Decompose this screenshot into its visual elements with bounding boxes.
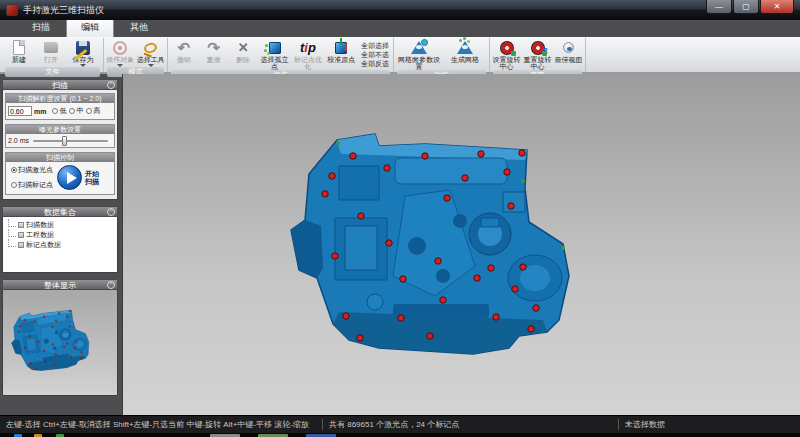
new-button[interactable]: 新建 bbox=[3, 38, 35, 67]
overview-panel-header: 整体显示 ⌃ bbox=[2, 279, 118, 290]
collapse-chevron-icon[interactable]: ⌃ bbox=[107, 281, 115, 289]
resolution-unit: mm bbox=[34, 108, 46, 115]
scan-control-group: 扫描控制 扫描激光点 扫描标记点 bbox=[5, 152, 115, 195]
best-view-button[interactable]: 最佳视图 bbox=[553, 38, 584, 70]
data-collection-panel: 数据集合 ⌃ 扫描数据 工程数据 标记点数据 bbox=[2, 206, 118, 273]
start-scan-button[interactable] bbox=[57, 165, 82, 190]
start-scan-label: 开始扫描 bbox=[85, 170, 101, 186]
delete-button[interactable]: ✕ 删除 bbox=[228, 38, 258, 70]
select-tool-button[interactable]: 选择工具 bbox=[136, 38, 167, 67]
tree-line bbox=[8, 229, 16, 237]
ribbon-group-view: 设置旋转中心 重置旋转中心 最佳视图 视图 bbox=[490, 38, 586, 72]
point-counts: 共有 869651 个激光点，24 个标记点 bbox=[322, 419, 618, 430]
collapse-chevron-icon[interactable]: ⌃ bbox=[107, 81, 115, 89]
selection-status: 未选择数据 bbox=[618, 419, 800, 430]
tree-item-project-data[interactable]: 工程数据 bbox=[5, 230, 115, 240]
undo-icon: ↶ bbox=[178, 40, 191, 55]
minimize-button[interactable]: — bbox=[706, 0, 732, 14]
ribbon-group-operation: ↶ 撤销 ↷ 重做 ✕ 删除 选择孤立点 tip 标记点优化 校准原点 bbox=[168, 38, 394, 72]
ribbon: 新建 打开 保存为 文件 操作对象 选择工具 bbox=[0, 37, 800, 74]
calibrate-origin-button[interactable]: 校准原点 bbox=[325, 38, 358, 70]
exposure-group-title: 曝光参数设置 bbox=[6, 125, 114, 134]
taskbar-sliver bbox=[0, 433, 800, 437]
set-rotation-center-button[interactable]: 设置旋转中心 bbox=[491, 38, 522, 70]
exposure-value: 2.0 ms bbox=[8, 137, 29, 144]
select-all-button[interactable]: 全部选择 bbox=[361, 41, 389, 50]
model-thumbnail-image bbox=[2, 294, 118, 391]
best-view-icon bbox=[563, 42, 574, 53]
scan-marker-points-radio[interactable] bbox=[11, 182, 17, 188]
ribbon-group-function: 网格面参数设置 生成网格 功能 bbox=[394, 38, 490, 72]
status-bar: 左键-选择 Ctrl+左键-取消选择 Shift+左键-只选当前 中键-旋转 A… bbox=[0, 415, 800, 433]
tree-item-marker-data[interactable]: 标记点数据 bbox=[5, 240, 115, 250]
new-file-icon bbox=[13, 40, 25, 55]
redo-button[interactable]: ↷ 重做 bbox=[199, 38, 229, 70]
reset-rotation-center-icon bbox=[531, 41, 545, 55]
mouse-hints: 左键-选择 Ctrl+左键-取消选择 Shift+左键-只选当前 中键-旋转 A… bbox=[0, 419, 322, 430]
scan-panel-header: 扫描 ⌃ bbox=[2, 79, 118, 90]
target-icon bbox=[113, 41, 127, 55]
data-panel-header: 数据集合 ⌃ bbox=[2, 206, 118, 217]
redo-icon: ↷ bbox=[207, 40, 220, 55]
set-rotation-center-icon bbox=[500, 41, 514, 55]
save-icon bbox=[76, 41, 90, 55]
title-bar: 手持激光三维扫描仪 — ▢ ✕ bbox=[0, 0, 800, 20]
data-node-icon bbox=[18, 232, 24, 238]
resolution-group-title: 扫描解析度设置 (0.1 ~ 2.0) bbox=[6, 94, 114, 103]
close-button[interactable]: ✕ bbox=[760, 0, 794, 14]
left-sidebar: 扫描 ⌃ 扫描解析度设置 (0.1 ~ 2.0) mm 低 中 高 bbox=[0, 74, 122, 415]
tab-other[interactable]: 其他 bbox=[116, 19, 162, 37]
3d-model-engine-block[interactable] bbox=[275, 126, 655, 396]
exposure-group: 曝光参数设置 2.0 ms bbox=[5, 124, 115, 148]
marker-optimize-button[interactable]: tip 标记点优化 bbox=[291, 38, 324, 70]
scan-panel: 扫描 ⌃ 扫描解析度设置 (0.1 ~ 2.0) mm 低 中 高 bbox=[2, 79, 118, 200]
scan-control-title: 扫描控制 bbox=[6, 153, 114, 162]
undo-button[interactable]: ↶ 撤销 bbox=[169, 38, 199, 70]
viewport-3d[interactable] bbox=[122, 74, 800, 415]
resolution-input[interactable] bbox=[8, 106, 32, 116]
overview-panel: 整体显示 ⌃ bbox=[2, 279, 118, 396]
resolution-group: 扫描解析度设置 (0.1 ~ 2.0) mm 低 中 高 bbox=[5, 93, 115, 120]
scan-laser-points-radio[interactable] bbox=[11, 167, 17, 173]
ribbon-tabs: 扫描 编辑 其他 bbox=[0, 20, 800, 37]
mesh-params-icon bbox=[411, 41, 427, 54]
isolated-points-icon bbox=[269, 42, 281, 54]
origin-cube-icon bbox=[335, 42, 347, 54]
tab-edit[interactable]: 编辑 bbox=[66, 18, 114, 37]
tab-scan[interactable]: 扫描 bbox=[18, 19, 64, 37]
open-button[interactable]: 打开 bbox=[35, 38, 67, 67]
app-icon bbox=[6, 4, 18, 16]
window-title: 手持激光三维扫描仪 bbox=[23, 4, 104, 17]
exposure-slider[interactable] bbox=[33, 140, 108, 142]
maximize-button[interactable]: ▢ bbox=[733, 0, 759, 14]
operation-object-button[interactable]: 操作对象 bbox=[105, 38, 136, 67]
generate-mesh-button[interactable]: 生成网格 bbox=[443, 38, 487, 70]
lasso-icon bbox=[143, 41, 158, 54]
select-isolated-points-button[interactable]: 选择孤立点 bbox=[258, 38, 291, 70]
tip-logo-icon: tip bbox=[300, 40, 316, 55]
collapse-chevron-icon[interactable]: ⌃ bbox=[107, 208, 115, 216]
resolution-low-radio[interactable] bbox=[52, 108, 58, 114]
select-none-button[interactable]: 全部不选 bbox=[361, 50, 389, 59]
resolution-mid-radio[interactable] bbox=[69, 108, 75, 114]
invert-selection-button[interactable]: 全部反选 bbox=[361, 59, 389, 68]
overview-thumbnail[interactable] bbox=[2, 290, 118, 396]
generate-mesh-icon bbox=[457, 41, 473, 54]
data-node-icon bbox=[18, 242, 24, 248]
ribbon-group-file: 新建 打开 保存为 文件 bbox=[2, 38, 104, 72]
mesh-params-button[interactable]: 网格面参数设置 bbox=[395, 38, 443, 70]
data-node-icon bbox=[18, 222, 24, 228]
delete-icon: ✕ bbox=[238, 41, 249, 55]
reset-rotation-center-button[interactable]: 重置旋转中心 bbox=[522, 38, 553, 70]
open-folder-icon bbox=[44, 42, 58, 53]
slider-thumb[interactable] bbox=[62, 136, 67, 146]
tree-line bbox=[8, 219, 16, 227]
resolution-high-radio[interactable] bbox=[86, 108, 92, 114]
ribbon-group-mode: 操作对象 选择工具 模式 bbox=[104, 38, 168, 72]
save-as-button[interactable]: 保存为 bbox=[67, 38, 99, 67]
tree-item-scan-data[interactable]: 扫描数据 bbox=[5, 220, 115, 230]
tree-line bbox=[8, 239, 16, 247]
